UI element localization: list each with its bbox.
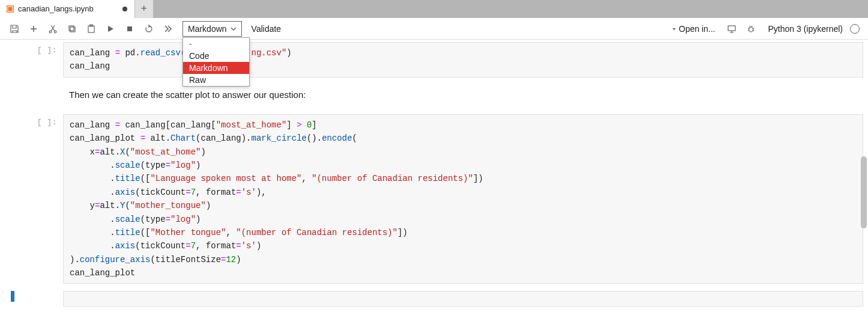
svg-rect-4 <box>69 26 74 31</box>
copy-button[interactable] <box>64 20 80 37</box>
code-cell[interactable]: [ ]: can_lang = pd.read_csv( ng.csv") ca… <box>0 42 868 78</box>
svg-point-2 <box>49 31 52 33</box>
tab-bar: canadian_langs.ipynb + <box>0 0 868 18</box>
svg-rect-5 <box>70 27 75 32</box>
dropdown-item-dash[interactable]: - <box>183 38 249 50</box>
dropdown-item-code[interactable]: Code <box>183 50 249 62</box>
svg-rect-8 <box>127 26 132 31</box>
add-tab-button[interactable]: + <box>135 0 153 18</box>
chevron-down-icon <box>231 24 237 34</box>
paste-button[interactable] <box>83 20 100 37</box>
svg-point-10 <box>749 27 753 32</box>
run-button[interactable] <box>102 20 119 37</box>
toolbar: Markdown - Code Markdown Raw Validate Op… <box>0 18 868 40</box>
scrollbar-thumb[interactable] <box>861 156 867 228</box>
cell-type-select[interactable]: Markdown - Code Markdown Raw <box>182 21 242 37</box>
open-in-label: Open in... <box>679 24 716 34</box>
notebook-body: [ ]: can_lang = pd.read_csv( ng.csv") ca… <box>0 40 868 307</box>
unsaved-dot-icon <box>121 5 128 13</box>
cell-type-label: Markdown <box>188 24 227 34</box>
presentation-icon[interactable] <box>723 20 740 37</box>
interrupt-button[interactable] <box>121 20 138 37</box>
tab-title: canadian_langs.ipynb <box>18 4 94 13</box>
svg-rect-6 <box>88 26 94 32</box>
dropdown-item-raw[interactable]: Raw <box>183 74 249 86</box>
code-cell[interactable]: [ ]: can_lang = can_lang[can_lang["most_… <box>0 114 868 284</box>
dropdown-item-markdown[interactable]: Markdown <box>183 62 249 74</box>
cell-prompt: [ ]: <box>0 42 63 55</box>
code-editor[interactable]: can_lang = can_lang[can_lang["most_at_ho… <box>63 114 863 284</box>
markdown-cell[interactable]: Then we can create the scatter plot to a… <box>0 86 868 103</box>
svg-rect-9 <box>728 26 735 31</box>
save-button[interactable] <box>6 20 23 37</box>
svg-point-3 <box>54 31 56 33</box>
active-cell-indicator <box>11 291 14 302</box>
cell-prompt <box>0 86 63 90</box>
cut-button[interactable] <box>44 20 61 37</box>
cell-prompt <box>0 291 63 295</box>
notebook-icon <box>6 5 14 13</box>
run-all-button[interactable] <box>160 20 176 37</box>
markdown-text: Then we can create the scatter plot to a… <box>63 86 863 103</box>
code-editor[interactable] <box>63 291 863 307</box>
cell-type-dropdown: - Code Markdown Raw <box>182 37 250 87</box>
tab-notebook[interactable]: canadian_langs.ipynb <box>0 0 135 18</box>
cell-prompt: [ ]: <box>0 114 63 127</box>
svg-rect-1 <box>8 7 13 11</box>
kernel-name[interactable]: Python 3 (ipykernel) <box>768 24 843 34</box>
validate-button[interactable]: Validate <box>252 24 282 34</box>
kernel-status-icon[interactable] <box>850 24 860 34</box>
caret-down-icon <box>672 24 677 34</box>
active-cell[interactable] <box>0 291 868 307</box>
bug-icon[interactable] <box>743 20 759 37</box>
restart-button[interactable] <box>140 20 157 37</box>
insert-cell-button[interactable] <box>25 20 42 37</box>
open-in-button[interactable]: Open in... <box>672 24 716 34</box>
